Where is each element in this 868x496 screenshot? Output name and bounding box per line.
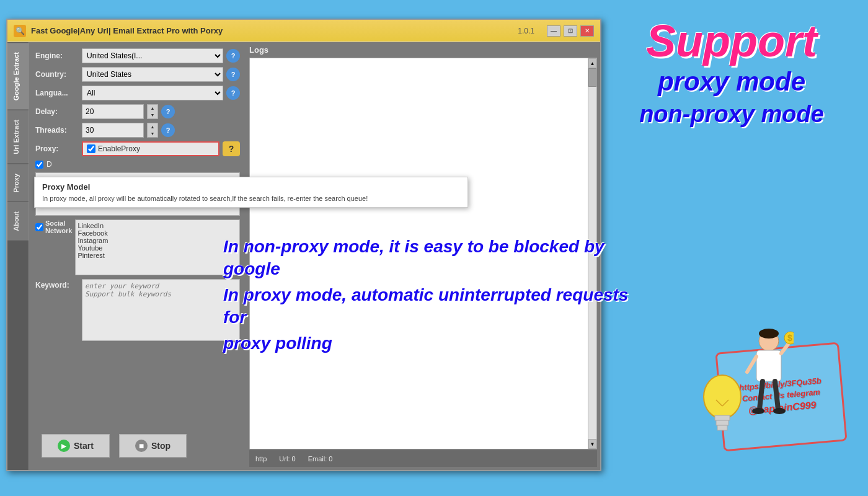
svg-line-14 xyxy=(775,381,778,409)
country-row: Country: United States ? xyxy=(35,67,240,82)
overlay-line1: In non-proxy mode, it is easy to be bloc… xyxy=(223,236,645,281)
country-select[interactable]: United States xyxy=(82,67,223,82)
close-button[interactable]: ✕ xyxy=(580,25,594,37)
proxy-tooltip-title: Proxy Model xyxy=(42,182,460,192)
threads-help-button[interactable]: ? xyxy=(161,123,175,137)
svg-text:$: $ xyxy=(787,333,792,343)
country-help-button[interactable]: ? xyxy=(226,68,240,81)
start-label: Start xyxy=(74,441,94,451)
deep-row: D xyxy=(35,160,240,169)
scroll-up-button[interactable]: ▲ xyxy=(588,58,596,68)
deep-label: D xyxy=(46,160,52,169)
keyword-row: Keyword: xyxy=(35,279,240,428)
overlay-line2: In proxy mode, automatic uninterrupted r… xyxy=(223,284,645,329)
status-bar: http Url: 0 Email: 0 xyxy=(249,450,597,467)
stop-label: Stop xyxy=(151,441,170,451)
delay-label: Delay: xyxy=(35,107,79,116)
window-controls: — ⊡ ✕ xyxy=(547,25,594,37)
cartoon-person-icon: $ xyxy=(744,329,794,428)
logs-title: Logs xyxy=(249,45,597,55)
social-network-row: SocialNetwork LinkedIn Facebook Instagra… xyxy=(35,219,240,275)
language-help-button[interactable]: ? xyxy=(226,86,240,100)
delay-spinner[interactable]: ▲ ▼ xyxy=(147,104,158,119)
svg-point-7 xyxy=(759,329,779,339)
svg-line-9 xyxy=(747,356,756,372)
lightbulb-icon xyxy=(694,366,750,440)
svg-rect-8 xyxy=(756,350,781,381)
promo-nonproxy-mode: non-proxy mode xyxy=(639,100,824,129)
social-item-pinterest: Pinterest xyxy=(78,252,237,259)
start-button[interactable]: ▶ Start xyxy=(42,434,110,458)
tab-google-extract[interactable]: Google Extract xyxy=(7,42,29,110)
promo-support: Support xyxy=(646,19,817,63)
threads-spinner[interactable]: ▲ ▼ xyxy=(147,123,158,138)
proxy-row: Proxy: EnableProxy ? xyxy=(35,141,240,156)
tab-proxy[interactable]: Proxy xyxy=(7,164,29,202)
version-label: 1.0.1 xyxy=(518,27,534,35)
bottom-buttons: ▶ Start ⏹ Stop xyxy=(35,428,240,464)
keyword-label: Keyword: xyxy=(35,279,79,290)
title-bar: 🔍 Fast Google|Any Url| Email Extract Pro… xyxy=(7,20,600,42)
social-item-instagram: Instagram xyxy=(78,237,237,244)
overlay-text-area: In non-proxy mode, it is easy to be bloc… xyxy=(223,236,645,355)
start-icon: ▶ xyxy=(58,440,70,452)
social-item-facebook: Facebook xyxy=(78,229,237,237)
sidebar-tabs: Google Extract Url Extract Proxy About xyxy=(7,42,29,470)
svg-line-13 xyxy=(760,381,763,409)
svg-point-15 xyxy=(752,408,764,414)
proxy-label: Proxy: xyxy=(35,144,79,153)
scroll-down-button[interactable]: ▼ xyxy=(588,439,596,449)
social-item-youtube: Youtube xyxy=(78,244,237,252)
tab-about[interactable]: About xyxy=(7,202,29,241)
proxy-tooltip-text: In proxy mode, all proxy will be automat… xyxy=(42,195,460,202)
url-label-status: Url: 0 xyxy=(279,455,295,463)
svg-rect-3 xyxy=(717,425,727,430)
tab-url-extract[interactable]: Url Extract xyxy=(7,110,29,164)
proxy-checkbox-area: EnableProxy xyxy=(82,141,219,156)
language-select[interactable]: All xyxy=(82,86,223,100)
stop-button[interactable]: ⏹ Stop xyxy=(119,434,187,458)
language-label: Langua... xyxy=(35,89,79,97)
email-count: 0 xyxy=(329,455,332,463)
stop-icon: ⏹ xyxy=(135,440,148,452)
scroll-thumb[interactable] xyxy=(588,68,596,87)
social-network-checkbox[interactable] xyxy=(35,223,43,231)
delay-input[interactable] xyxy=(82,104,144,119)
overlay-line3: proxy polling xyxy=(223,332,645,355)
keyword-textarea[interactable] xyxy=(82,279,240,341)
left-panel: Engine: United States(I... ? Country: Un… xyxy=(29,42,246,470)
engine-help-button[interactable]: ? xyxy=(226,49,240,63)
delay-help-button[interactable]: ? xyxy=(161,105,175,118)
threads-label: Threads: xyxy=(35,126,79,135)
social-network-text: SocialNetwork xyxy=(45,219,72,234)
email-label-status: Email: 0 xyxy=(308,455,333,463)
engine-row: Engine: United States(I... ? xyxy=(35,48,240,63)
proxy-tooltip: Proxy Model In proxy mode, all proxy wil… xyxy=(34,177,468,208)
svg-point-16 xyxy=(773,408,786,414)
threads-input[interactable] xyxy=(82,123,144,138)
social-network-list: LinkedIn Facebook Instagram Youtube Pint… xyxy=(75,219,240,275)
deep-checkbox[interactable] xyxy=(35,161,43,169)
minimize-button[interactable]: — xyxy=(547,25,560,37)
app-icon: 🔍 xyxy=(14,25,26,37)
country-label: Country: xyxy=(35,70,79,79)
proxy-type-status: http xyxy=(255,455,267,463)
window-title: Fast Google|Any Url| Email Extract Pro w… xyxy=(31,26,518,35)
threads-row: Threads: ▲ ▼ ? xyxy=(35,123,240,138)
svg-rect-2 xyxy=(716,420,728,425)
promo-proxy-mode: proxy mode xyxy=(658,66,805,97)
enable-proxy-label: EnableProxy xyxy=(98,144,140,153)
proxy-help-button[interactable]: ? xyxy=(223,141,240,156)
svg-rect-1 xyxy=(715,415,730,420)
engine-select[interactable]: United States(I... xyxy=(82,48,223,63)
social-network-label: SocialNetwork xyxy=(35,219,72,234)
engine-label: Engine: xyxy=(35,51,79,60)
language-row: Langua... All ? xyxy=(35,86,240,100)
enable-proxy-checkbox[interactable] xyxy=(87,144,95,153)
social-item-linkedin: LinkedIn xyxy=(78,222,237,229)
svg-point-0 xyxy=(704,375,741,418)
delay-row: Delay: ▲ ▼ ? xyxy=(35,104,240,119)
maximize-button[interactable]: ⊡ xyxy=(564,25,577,37)
url-count: 0 xyxy=(292,455,296,463)
